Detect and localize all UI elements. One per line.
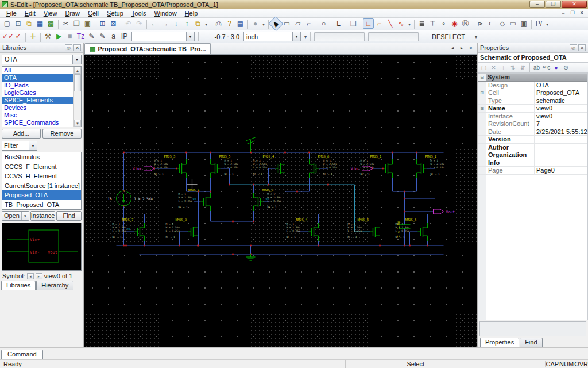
property-value[interactable] [535, 136, 587, 143]
tab-properties[interactable]: Properties [480, 338, 519, 347]
transistor-NMOS_9[interactable] [188, 223, 198, 241]
menu-cell[interactable]: Cell [84, 10, 103, 17]
visibility-icon[interactable]: ⊙ [561, 63, 571, 72]
solder-dot-icon[interactable]: ◉ [449, 18, 460, 29]
wire-45-tool-icon[interactable]: ⌐ [374, 18, 385, 29]
close-icon[interactable]: ✕ [578, 44, 586, 51]
property-value[interactable]: 2/25/2021 5:55:12 PM [535, 128, 587, 136]
show-system-icon[interactable]: ab [532, 63, 541, 72]
delete-property-icon[interactable]: ✕ [489, 63, 498, 72]
minimize-button[interactable]: – [529, 1, 545, 8]
units-combo[interactable]: inch▼ [243, 32, 301, 41]
sort-ascending-icon[interactable]: ⇅ [508, 63, 518, 72]
stop-simulation-icon[interactable]: ■ [64, 31, 75, 41]
print-icon[interactable]: ⎙ [213, 18, 224, 29]
tab-command[interactable]: Command [1, 350, 43, 359]
tab-libraries[interactable]: Libraries [1, 281, 36, 290]
mdi-close-icon[interactable]: ✕ [577, 10, 586, 17]
probe-voltage-icon[interactable]: ✎ [86, 31, 97, 41]
polygon-tool-icon[interactable]: ▱ [292, 18, 303, 29]
color-swatch-icon[interactable]: ● [551, 63, 561, 72]
mdi-minimize-icon[interactable]: – [559, 10, 568, 17]
property-value[interactable]: Proposed_OTA [535, 89, 587, 97]
probe-current-icon[interactable]: ✎ [97, 31, 108, 41]
evaluate-icon[interactable]: ᴬᴮᴄ [541, 63, 551, 72]
property-value[interactable]: OTA [535, 82, 587, 89]
library-list-scrollbar[interactable]: ▲ ▼ [74, 67, 81, 126]
property-value[interactable] [535, 144, 587, 151]
scroll-up-icon[interactable]: ▲ [74, 67, 81, 74]
save-icon[interactable]: ▦ [34, 18, 45, 29]
move-by-icon[interactable]: ✛ [28, 31, 38, 41]
close-icon[interactable]: ✕ [74, 44, 81, 51]
current-source-ib[interactable] [117, 191, 131, 206]
wire-curve-tool-icon[interactable]: ∿ [396, 18, 407, 29]
new-document-icon[interactable]: ▢ [2, 18, 13, 29]
net-label-icon[interactable]: Ⓝ [460, 18, 471, 29]
symbol-next-icon[interactable]: ► [36, 273, 42, 279]
back-icon[interactable]: ← [149, 18, 160, 29]
view-home-icon[interactable]: ⊞ [97, 18, 108, 29]
pin-icon[interactable]: ◎ [65, 44, 72, 51]
transistor-NMOS_6[interactable] [418, 223, 428, 241]
menu-tools[interactable]: Tools [127, 10, 150, 17]
document-tab[interactable]: ▦ Proposed_OTA:schematic TB_Pro... [84, 43, 211, 54]
transistor-NMOS_7[interactable] [135, 223, 145, 241]
wire-diagonal-tool-icon[interactable]: ╲ [385, 18, 396, 29]
port-vout[interactable] [434, 209, 444, 214]
sort-descending-icon[interactable]: ⇵ [518, 63, 528, 72]
library-item-spice_elements[interactable]: SPICE_Elements [2, 97, 81, 104]
transistor-PMOS_5[interactable] [211, 159, 220, 178]
open-cell-button[interactable]: Open ▾ [2, 211, 29, 221]
save-all-icon[interactable]: ▩ [45, 18, 56, 29]
cell-item-currentsource[interactable]: CurrentSource [1 instance] [2, 181, 81, 191]
vdd-symbol[interactable] [246, 137, 256, 144]
transistor-PMOS_3[interactable] [177, 159, 187, 178]
library-select[interactable]: OTA ▼ [2, 55, 82, 64]
open-design-icon[interactable]: ⧉ [192, 18, 203, 29]
port-overflow-icon[interactable]: ▾ [544, 19, 550, 29]
menu-edit[interactable]: Edit [21, 10, 40, 17]
pin-icon[interactable]: ◎ [570, 44, 577, 51]
new-view-icon[interactable]: ⊡ [13, 18, 24, 29]
schematic-canvas[interactable]: PMOS_3M = 1W = 2.50uL = 0.25uNF = 1PMOS_… [84, 55, 477, 347]
cell-item-busstimulus[interactable]: BusStimulus [2, 152, 81, 162]
help-icon[interactable]: ? [224, 18, 235, 29]
find-button[interactable]: Find [56, 211, 82, 221]
page-port-icon[interactable]: ▣ [519, 18, 529, 29]
remove-library-button[interactable]: Remove [42, 129, 82, 139]
schematic-svg[interactable]: PMOS_3M = 1W = 2.50uL = 0.25uNF = 1PMOS_… [84, 55, 477, 347]
ground-symbol[interactable] [246, 254, 256, 260]
deselect-button[interactable]: DESELECT [424, 32, 473, 41]
property-value[interactable]: Page0 [535, 167, 587, 174]
open-design-dropdown-icon[interactable]: ▾ [203, 19, 209, 29]
cut-icon[interactable]: ✂ [60, 18, 71, 29]
tab-hierarchy[interactable]: Hierarchy [36, 281, 74, 290]
filter-combo[interactable]: Filter ▼ [2, 141, 37, 151]
tab-close-icon[interactable]: ✕ [467, 45, 475, 52]
transistor-PMOS_1[interactable] [383, 159, 393, 178]
cell-item-ccvs_h_element[interactable]: CCVS_H_Element [2, 171, 81, 181]
ip-icon[interactable]: IP [119, 31, 130, 41]
probe-charge-icon[interactable]: a [108, 31, 119, 41]
library-item-io_pads[interactable]: IO_Pads [2, 82, 81, 89]
library-item-spice_commands[interactable]: SPICE_Commands [2, 119, 81, 126]
deselect-dropdown-icon[interactable]: ▾ [473, 32, 479, 42]
simulation-combo[interactable]: ▼ [131, 32, 195, 41]
menu-draw[interactable]: Draw [61, 10, 84, 17]
instance-button[interactable]: Instance [30, 211, 56, 221]
port-vin+[interactable] [144, 166, 154, 171]
property-value[interactable]: view0 [535, 105, 587, 112]
property-value[interactable] [535, 159, 587, 167]
instance-tool-icon[interactable]: ❑ [348, 18, 359, 29]
paste-icon[interactable]: ▣ [82, 18, 93, 29]
library-item-all[interactable]: All [2, 67, 81, 74]
menu-file[interactable]: File [2, 10, 21, 17]
record-icon[interactable]: ● [250, 18, 261, 29]
label-tool-icon[interactable]: L [333, 18, 344, 29]
property-value[interactable]: view0 [535, 113, 587, 120]
library-item-logicgates[interactable]: LogicGates [2, 89, 81, 97]
circle-tool-icon[interactable]: ○ [318, 18, 329, 29]
tab-find[interactable]: Find [520, 338, 542, 347]
library-item-ota[interactable]: OTA [2, 74, 81, 82]
